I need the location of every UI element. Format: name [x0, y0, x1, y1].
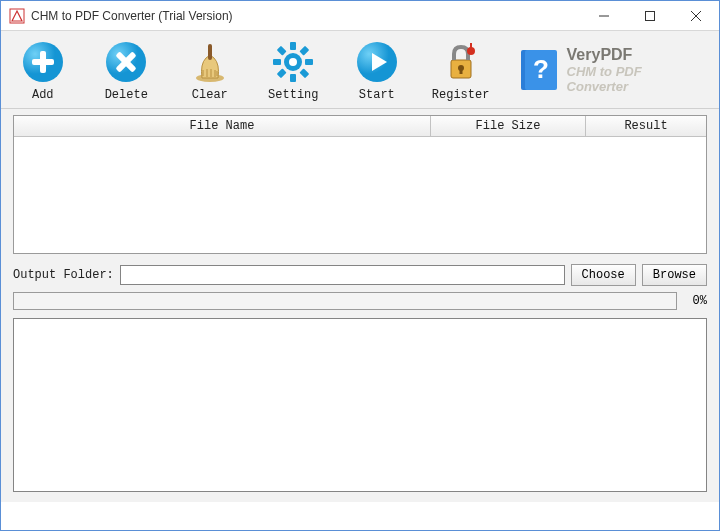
- svg-rect-12: [208, 44, 212, 60]
- setting-icon: [271, 40, 315, 84]
- file-list-header: File Name File Size Result: [14, 116, 706, 137]
- browse-button[interactable]: Browse: [642, 264, 707, 286]
- svg-rect-7: [32, 59, 54, 65]
- maximize-button[interactable]: [627, 1, 673, 30]
- clear-button[interactable]: Clear: [182, 40, 238, 102]
- log-box[interactable]: [13, 318, 707, 492]
- file-list-body[interactable]: [14, 137, 706, 253]
- svg-rect-2: [646, 11, 655, 20]
- add-label: Add: [32, 88, 54, 102]
- window-title: CHM to PDF Converter (Trial Version): [31, 9, 581, 23]
- delete-button[interactable]: Delete: [99, 40, 155, 102]
- svg-rect-26: [459, 68, 462, 74]
- svg-rect-20: [277, 45, 287, 55]
- setting-button[interactable]: Setting: [266, 40, 322, 102]
- register-icon: [439, 40, 483, 84]
- add-icon: [21, 40, 65, 84]
- output-folder-input[interactable]: [120, 265, 565, 285]
- file-list[interactable]: File Name File Size Result: [13, 115, 707, 254]
- brand-subtitle: CHM to PDF Converter: [567, 65, 705, 95]
- output-folder-row: Output Folder: Choose Browse: [13, 264, 707, 286]
- delete-label: Delete: [105, 88, 148, 102]
- svg-rect-14: [290, 42, 296, 50]
- clear-icon: [188, 40, 232, 84]
- register-label: Register: [432, 88, 490, 102]
- start-label: Start: [359, 88, 395, 102]
- column-result[interactable]: Result: [586, 116, 706, 136]
- svg-rect-18: [300, 45, 310, 55]
- minimize-button[interactable]: [581, 1, 627, 30]
- svg-rect-19: [277, 68, 287, 78]
- setting-label: Setting: [268, 88, 318, 102]
- svg-text:?: ?: [533, 54, 549, 84]
- choose-button[interactable]: Choose: [571, 264, 636, 286]
- brand-icon: ?: [517, 48, 561, 92]
- progress-row: 0%: [13, 292, 707, 310]
- content-area: File Name File Size Result Output Folder…: [1, 109, 719, 502]
- progress-bar: [13, 292, 677, 310]
- column-filesize[interactable]: File Size: [431, 116, 586, 136]
- svg-rect-15: [290, 74, 296, 82]
- brand-logo: ? VeryPDF CHM to PDF Converter: [517, 46, 705, 94]
- add-button[interactable]: Add: [15, 40, 71, 102]
- svg-rect-21: [300, 68, 310, 78]
- window-controls: [581, 1, 719, 30]
- app-icon: [9, 8, 25, 24]
- progress-percent: 0%: [683, 294, 707, 308]
- titlebar: CHM to PDF Converter (Trial Version): [1, 1, 719, 31]
- column-filename[interactable]: File Name: [14, 116, 431, 136]
- svg-point-22: [289, 58, 297, 66]
- output-folder-label: Output Folder:: [13, 268, 114, 282]
- svg-rect-16: [273, 59, 281, 65]
- toolbar: Add Delete Clear: [1, 31, 719, 109]
- svg-rect-17: [305, 59, 313, 65]
- brand-name: VeryPDF: [567, 46, 705, 64]
- register-button[interactable]: Register: [433, 40, 489, 102]
- start-button[interactable]: Start: [349, 40, 405, 102]
- start-icon: [355, 40, 399, 84]
- delete-icon: [104, 40, 148, 84]
- clear-label: Clear: [192, 88, 228, 102]
- close-button[interactable]: [673, 1, 719, 30]
